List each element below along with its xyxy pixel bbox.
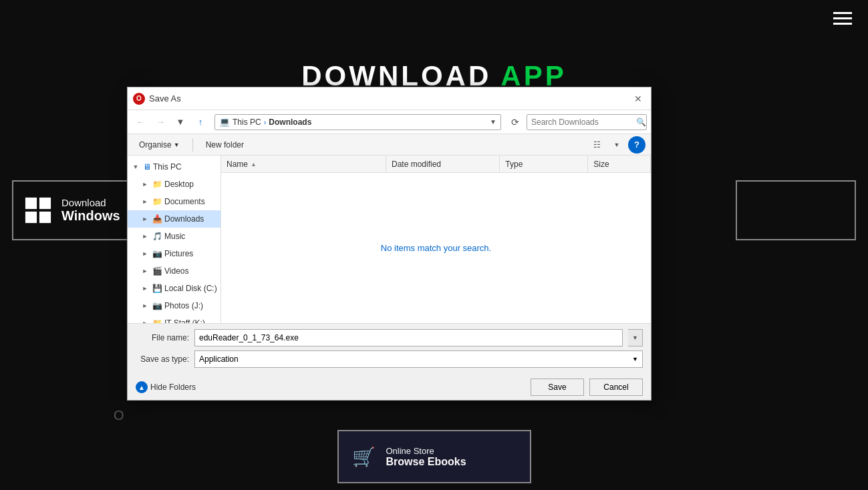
dialog-navbar: ← → ▼ ↑ 💻 This PC › Downloads ▼ ⟳ 🔍 xyxy=(128,110,651,134)
right-box xyxy=(736,180,856,240)
filename-label: File name: xyxy=(136,333,189,342)
nav-refresh-button[interactable]: ⟳ xyxy=(507,113,524,131)
cart-icon: 🛒 xyxy=(352,446,376,468)
tree-item-music[interactable]: ► 🎵 Music xyxy=(128,228,221,245)
filename-input[interactable] xyxy=(194,329,623,346)
expander-icon: ► xyxy=(140,248,150,259)
col-header-date[interactable]: Date modified xyxy=(386,156,500,172)
expander-icon: ► xyxy=(140,196,150,207)
save-button[interactable]: Save xyxy=(531,379,584,396)
tree-item-downloads[interactable]: ► 📥 Downloads xyxy=(128,210,221,228)
expander-icon: ► xyxy=(140,179,150,190)
folder-icon: 📁 xyxy=(152,180,162,189)
folder-icon: 📁 xyxy=(152,318,162,323)
expander-icon: ▼ xyxy=(130,162,141,172)
breadcrumb-thispc[interactable]: This PC xyxy=(233,117,261,127)
svg-rect-1 xyxy=(39,198,51,209)
dialog-toolbar: Organise ▼ New folder ☷ ▼ ? xyxy=(128,134,651,156)
bg-letter: O xyxy=(114,408,124,423)
disk-icon: 💾 xyxy=(152,284,162,293)
dialog-titlebar: O Save As ✕ xyxy=(128,87,651,110)
breadcrumb-down-icon[interactable]: ▼ xyxy=(490,118,496,126)
breadcrumb-icon: 💻 xyxy=(219,117,230,127)
tree-item-it-staff[interactable]: ► 📁 IT Staff (K:) xyxy=(128,314,221,323)
cancel-button[interactable]: Cancel xyxy=(589,379,643,396)
help-button[interactable]: ? xyxy=(628,136,645,154)
online-store-box[interactable]: 🛒 Online Store Browse Ebooks xyxy=(337,430,531,483)
expander-icon: ► xyxy=(140,283,150,294)
download-win-text: Download Windows xyxy=(61,197,120,224)
nav-dropdown-button[interactable]: ▼ xyxy=(172,113,189,131)
tree-item-localdisk[interactable]: ► 💾 Local Disk (C:) xyxy=(128,280,221,297)
savetype-label: Save as type: xyxy=(136,354,189,364)
svg-rect-2 xyxy=(25,212,37,223)
toolbar-separator xyxy=(192,138,193,152)
folder-icon: 📁 xyxy=(152,197,162,206)
sort-icon: ▲ xyxy=(251,161,257,168)
dialog-title: Save As xyxy=(149,93,627,103)
organise-dropdown-icon: ▼ xyxy=(174,142,180,148)
svg-rect-0 xyxy=(25,198,37,209)
windows-logo-icon xyxy=(24,196,52,224)
savetype-select[interactable]: Application ▼ xyxy=(194,350,643,368)
thispc-icon: 🖥 xyxy=(143,162,151,172)
save-as-dialog: O Save As ✕ ← → ▼ ↑ 💻 This PC › Download… xyxy=(127,87,652,401)
tree-item-desktop[interactable]: ► 📁 Desktop xyxy=(128,176,221,193)
hide-folders-icon: ▲ xyxy=(136,381,148,393)
hide-folders-label: Hide Folders xyxy=(150,383,196,392)
dialog-buttons: ▲ Hide Folders Save Cancel xyxy=(128,373,651,400)
file-list-body: No items match your search. xyxy=(221,173,651,323)
savetype-row: Save as type: Application ▼ xyxy=(136,350,643,368)
svg-rect-3 xyxy=(39,212,51,223)
view-dropdown-button[interactable]: ▼ xyxy=(608,137,625,153)
folder-icon: 🎵 xyxy=(152,232,162,241)
view-toggle-button[interactable]: ☷ xyxy=(588,137,605,153)
expander-icon: ► xyxy=(140,266,150,276)
tree-item-documents[interactable]: ► 📁 Documents xyxy=(128,193,221,210)
file-list-panel: Name ▲ Date modified Type Size No items … xyxy=(221,156,651,323)
tree-item-pictures[interactable]: ► 📷 Pictures xyxy=(128,245,221,262)
nav-forward-button[interactable]: → xyxy=(152,113,169,131)
dialog-close-button[interactable]: ✕ xyxy=(631,91,645,106)
tree-panel: ▼ 🖥 This PC ► 📁 Desktop ► 📁 Documents ► … xyxy=(128,156,221,323)
expander-icon: ► xyxy=(140,231,150,242)
search-box: 🔍 xyxy=(527,114,647,130)
folder-icon: 📷 xyxy=(152,249,162,258)
hide-folders-area[interactable]: ▲ Hide Folders xyxy=(136,381,196,393)
search-icon[interactable]: 🔍 xyxy=(635,114,646,130)
filename-dropdown-button[interactable]: ▼ xyxy=(628,329,643,346)
filename-row: File name: ▼ xyxy=(136,329,643,346)
hamburger-menu[interactable] xyxy=(833,12,852,25)
nav-back-button[interactable]: ← xyxy=(132,113,149,131)
file-list-header: Name ▲ Date modified Type Size xyxy=(221,156,651,173)
dialog-content: ▼ 🖥 This PC ► 📁 Desktop ► 📁 Documents ► … xyxy=(128,156,651,323)
online-store-text: Online Store Browse Ebooks xyxy=(386,446,466,468)
toolbar-right: ☷ ▼ ? xyxy=(588,136,645,154)
folder-icon: 🎬 xyxy=(152,266,162,276)
organise-button[interactable]: Organise ▼ xyxy=(133,137,186,153)
expander-icon: ► xyxy=(140,214,150,224)
breadcrumb-bar[interactable]: 💻 This PC › Downloads ▼ xyxy=(214,114,501,130)
folder-icon: 📷 xyxy=(152,301,162,310)
col-header-size[interactable]: Size xyxy=(588,156,651,172)
expander-icon: ► xyxy=(140,300,150,311)
expander-icon: ► xyxy=(140,318,150,323)
new-folder-button[interactable]: New folder xyxy=(200,137,250,153)
col-header-type[interactable]: Type xyxy=(500,156,588,172)
no-items-message: No items match your search. xyxy=(381,243,491,253)
breadcrumb-downloads[interactable]: Downloads xyxy=(269,117,311,127)
tree-item-this-pc[interactable]: ▼ 🖥 This PC xyxy=(128,158,221,176)
search-input[interactable] xyxy=(527,117,635,127)
dialog-bottom-fields: File name: ▼ Save as type: Application ▼ xyxy=(128,323,651,373)
tree-item-photos-j[interactable]: ► 📷 Photos (J:) xyxy=(128,297,221,314)
nav-up-button[interactable]: ↑ xyxy=(192,113,209,131)
col-header-name[interactable]: Name ▲ xyxy=(221,156,386,172)
savetype-dropdown-icon: ▼ xyxy=(632,356,638,362)
tree-item-videos[interactable]: ► 🎬 Videos xyxy=(128,262,221,280)
breadcrumb-separator: › xyxy=(264,118,267,126)
opera-logo-icon: O xyxy=(133,93,145,105)
folder-icon: 📥 xyxy=(152,214,162,224)
